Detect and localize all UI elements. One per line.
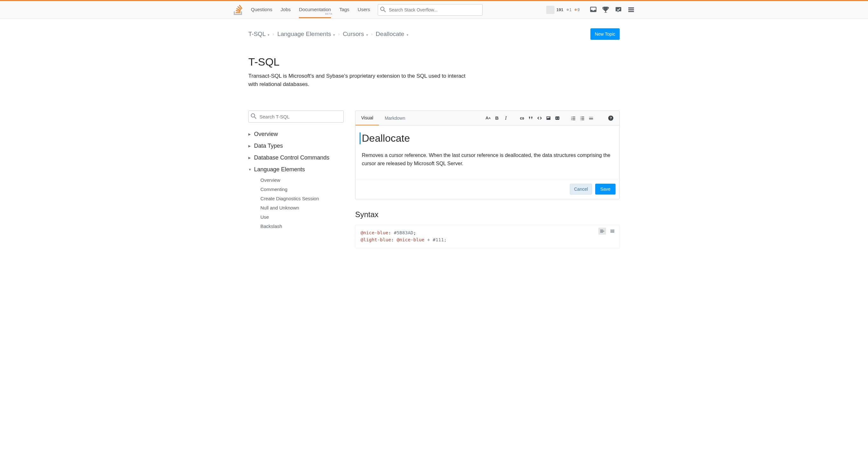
nav-jobs[interactable]: Jobs <box>281 2 291 18</box>
topbar: Questions Jobs DocumentationBETA Tags Us… <box>0 1 868 19</box>
page-title: T-SQL <box>248 56 620 68</box>
breadcrumb: T-SQL ▾ › Language Elements ▾ › Cursors … <box>248 31 408 37</box>
sub-use[interactable]: Use <box>248 212 344 222</box>
page-description: Transact-SQL is Microsoft's and Sybase's… <box>248 72 468 88</box>
reputation: 191 <box>556 7 563 12</box>
code-block: @nice-blue: #5B83AD; @light-blue: @nice-… <box>355 225 620 248</box>
bc-lang-elements[interactable]: Language Elements ▾ <box>277 31 335 37</box>
chevron-right-icon: › <box>371 31 373 37</box>
help-icon[interactable]: ? <box>608 115 614 121</box>
unordered-list-icon[interactable] <box>579 115 585 121</box>
cancel-button[interactable]: Cancel <box>570 184 592 195</box>
tab-markdown[interactable]: Markdown <box>379 111 411 125</box>
sub-null-unknown[interactable]: Null and Unknown <box>248 203 344 212</box>
align-left-icon[interactable] <box>598 228 606 235</box>
search-icon <box>380 7 386 12</box>
editor-title: Deallocate <box>360 133 613 144</box>
bc-deallocate[interactable]: Deallocate ▾ <box>376 31 408 37</box>
bc-tsql[interactable]: T-SQL ▾ <box>248 31 269 37</box>
sub-create-diag[interactable]: Create Diagnostics Session <box>248 194 344 203</box>
sub-overview[interactable]: Overview <box>248 175 344 185</box>
top-search <box>378 4 483 16</box>
image-icon[interactable] <box>546 115 551 121</box>
nav-users[interactable]: Users <box>358 2 370 18</box>
bold-icon[interactable]: B <box>494 115 500 121</box>
bc-cursors[interactable]: Cursors ▾ <box>343 31 368 37</box>
snippet-icon[interactable] <box>555 115 560 121</box>
search-input[interactable] <box>378 4 483 16</box>
hamburger-icon[interactable] <box>628 6 635 13</box>
chevron-right-icon: › <box>273 31 274 37</box>
editor-paragraph: Removes a cursor reference. When the las… <box>362 151 613 167</box>
quote-icon[interactable] <box>528 115 533 121</box>
bronze-badge: 9 <box>575 8 580 12</box>
search-icon <box>251 113 256 119</box>
nav-questions[interactable]: Questions <box>251 2 273 18</box>
stack-overflow-logo[interactable] <box>233 5 243 15</box>
tree-data-types[interactable]: ▶Data Types <box>248 140 344 152</box>
hr-icon[interactable] <box>588 115 594 121</box>
align-justify-icon[interactable] <box>609 228 616 235</box>
sub-commenting[interactable]: Commenting <box>248 185 344 194</box>
sidebar: ▶Overview ▶Data Types ▶Database Control … <box>248 111 344 248</box>
sub-backslash[interactable]: Backslash <box>248 222 344 231</box>
sidebar-search-input[interactable] <box>248 111 344 122</box>
top-nav: Questions Jobs DocumentationBETA Tags Us… <box>251 2 370 18</box>
save-button[interactable]: Save <box>595 184 616 195</box>
tab-visual[interactable]: Visual <box>355 111 379 125</box>
code-icon[interactable] <box>537 115 542 121</box>
achievements-icon[interactable] <box>602 6 610 13</box>
syntax-heading: Syntax <box>355 210 620 219</box>
inbox-icon[interactable] <box>590 6 597 13</box>
editor: Visual Markdown AA B I <box>355 111 620 199</box>
user-area[interactable]: 191 1 9 <box>546 6 580 14</box>
editor-toolbar: AA B I <box>485 115 614 121</box>
review-icon[interactable] <box>615 6 622 13</box>
nav-documentation[interactable]: DocumentationBETA <box>299 2 331 18</box>
avatar <box>546 6 555 14</box>
new-topic-button[interactable]: New Topic <box>590 28 620 40</box>
italic-icon[interactable]: I <box>503 115 509 121</box>
editor-content[interactable]: Deallocate Removes a cursor reference. W… <box>355 125 619 179</box>
link-icon[interactable] <box>519 115 525 121</box>
tree-lang-elements[interactable]: ▼Language Elements <box>248 164 344 175</box>
ordered-list-icon[interactable] <box>570 115 576 121</box>
silver-badge: 1 <box>566 8 572 12</box>
chevron-right-icon: › <box>338 31 340 37</box>
nav-tags[interactable]: Tags <box>339 2 349 18</box>
svg-text:?: ? <box>610 116 612 120</box>
tree-overview[interactable]: ▶Overview <box>248 128 344 140</box>
font-size-icon[interactable]: AA <box>485 115 491 121</box>
tree-db-control[interactable]: ▶Database Control Commands <box>248 152 344 164</box>
